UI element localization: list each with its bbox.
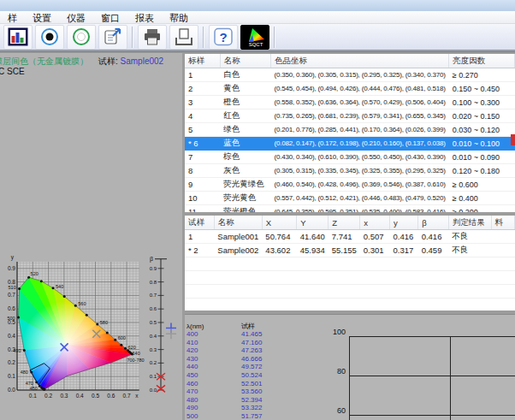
samples-header-6[interactable]: y xyxy=(390,216,418,230)
cell xyxy=(297,299,329,311)
cell: 1 xyxy=(185,230,214,244)
bar-chart-icon xyxy=(8,27,28,46)
standards-header-2[interactable]: 色品坐标 xyxy=(271,54,449,68)
measure-standard-button[interactable] xyxy=(35,25,64,50)
cell xyxy=(297,285,329,299)
standards-header-0[interactable]: 标样 xyxy=(185,54,220,68)
cell: (0.545, 0.454), (0.494, 0.426), (0.444, … xyxy=(271,82,449,96)
samples-header-4[interactable]: Z xyxy=(329,216,360,230)
cell xyxy=(360,257,390,271)
samples-header-2[interactable]: X xyxy=(262,216,296,230)
svg-text:0.8: 0.8 xyxy=(150,280,157,285)
reflectance-ytick-60: 60 xyxy=(327,406,346,415)
cell: 4 xyxy=(185,109,220,123)
cell xyxy=(418,285,449,299)
standards-header-1[interactable]: 名称 xyxy=(220,54,270,68)
cell: 8 xyxy=(185,164,220,178)
standards-row-5[interactable]: 5绿色(0.201, 0.776), (0.285, 0.441), (0.17… xyxy=(185,123,515,137)
menu-instrument[interactable]: 仪器 xyxy=(59,12,93,24)
samples-header-0[interactable]: 试样 xyxy=(185,216,214,230)
svg-text:560: 560 xyxy=(78,301,86,306)
svg-text:y: y xyxy=(11,254,15,261)
svg-text:0.1: 0.1 xyxy=(8,373,15,379)
menu-settings[interactable]: 设置 xyxy=(25,12,59,24)
standards-row-1[interactable]: 1白色(0.350, 0.360), (0.305, 0.315), (0.29… xyxy=(185,68,515,82)
cell xyxy=(491,299,514,311)
svg-text:0.7: 0.7 xyxy=(150,293,157,298)
svg-text:700-780: 700-780 xyxy=(127,358,144,363)
samples-empty-row[interactable] xyxy=(185,285,515,299)
cell: 5 xyxy=(185,123,220,137)
samples-header-5[interactable]: x xyxy=(360,216,390,230)
cell: * 2 xyxy=(185,244,214,257)
svg-text:0.1: 0.1 xyxy=(150,374,157,379)
report-export-button[interactable] xyxy=(98,25,127,50)
cell xyxy=(262,257,296,271)
spectral-data-list: λ(nm)试样40041.46541047.16042047.26343046.… xyxy=(186,322,332,420)
standards-row-3[interactable]: 3橙色(0.558, 0.352), (0.636, 0.364), (0.57… xyxy=(185,96,515,109)
cell xyxy=(418,299,449,311)
menu-help[interactable]: 帮助 xyxy=(162,12,196,24)
cell xyxy=(360,271,390,285)
samples-row-2[interactable]: * 2Sample00243.60245.93455.1550.3010.317… xyxy=(185,244,515,257)
cell: 0.416 xyxy=(390,230,418,244)
selected-row-marker xyxy=(511,134,515,145)
menu-window[interactable]: 窗口 xyxy=(93,12,127,24)
standards-row-11[interactable]: 11荧光橙色(0.645, 0.355), (0.595, 0.351), (0… xyxy=(185,205,515,213)
standards-row-8[interactable]: 8灰色(0.305, 0.315), (0.335, 0.345), (0.32… xyxy=(185,164,515,178)
standards-row-4[interactable]: 4红色(0.735, 0.265), (0.681, 0.239), (0.57… xyxy=(185,109,515,123)
samples-empty-row[interactable] xyxy=(185,271,515,285)
cell: 55.155 xyxy=(329,244,360,257)
cell xyxy=(390,299,418,311)
cell xyxy=(262,299,296,311)
cell: (0.305, 0.315), (0.335, 0.345), (0.325, … xyxy=(271,164,449,178)
help-button[interactable]: ? xyxy=(209,25,238,50)
cell: 1 xyxy=(185,68,220,82)
samples-empty-row[interactable] xyxy=(185,299,515,311)
samples-header-7[interactable]: β xyxy=(418,216,449,230)
spectral-row-430: 43046.666 xyxy=(186,355,332,364)
svg-text:620: 620 xyxy=(128,345,136,350)
spectral-row-400: 40041.465 xyxy=(186,330,332,339)
standards-header-row: 标样名称色品坐标亮度因数 xyxy=(185,54,515,68)
samples-header-8[interactable]: 判定结果 xyxy=(448,216,491,230)
standards-row-6[interactable]: * 6蓝色(0.082, 0.147), (0.172, 0.198), (0.… xyxy=(185,137,515,151)
cell: * 6 xyxy=(185,137,220,151)
cell: 绿色 xyxy=(220,123,270,137)
sqct-button[interactable]: SQCT xyxy=(240,25,269,50)
print-button[interactable] xyxy=(138,25,167,50)
cell xyxy=(329,285,360,299)
toolbar-separator xyxy=(203,27,204,48)
samples-empty-row[interactable] xyxy=(185,257,515,271)
cell: 棕色 xyxy=(220,151,270,164)
menu-sample[interactable]: 样 xyxy=(0,12,25,24)
result-view-panel: 膜层间色（无金属镀膜）试样: Sample002 C SCE 450470480… xyxy=(0,53,182,420)
svg-text:0.0: 0.0 xyxy=(150,387,157,393)
samples-header-3[interactable]: Y xyxy=(297,216,329,230)
cell: 11 xyxy=(185,205,220,213)
samples-header-1[interactable]: 名称 xyxy=(214,216,262,230)
standards-row-7[interactable]: 7棕色(0.430, 0.340), (0.610, 0.390), (0.55… xyxy=(185,151,515,164)
standards-row-10[interactable]: 10荧光黄色(0.557, 0.442), (0.512, 0.421), (0… xyxy=(185,192,515,205)
spectral-row-470: 47053.560 xyxy=(186,387,332,396)
standards-row-9[interactable]: 9荧光黄绿色(0.460, 0.540), (0.428, 0.496), (0… xyxy=(185,178,515,192)
cell: 7 xyxy=(185,151,220,164)
cell: 43.602 xyxy=(262,244,296,257)
samples-header-9[interactable]: 料 xyxy=(491,216,514,230)
standards-row-2[interactable]: 2黄色(0.545, 0.454), (0.494, 0.426), (0.44… xyxy=(185,82,515,96)
cell: 0.507 xyxy=(360,230,390,244)
cell: 荧光黄色 xyxy=(220,192,270,205)
cell xyxy=(491,230,514,244)
measure-sample-button[interactable] xyxy=(67,25,96,50)
menu-report[interactable]: 报表 xyxy=(127,12,162,24)
svg-text:470: 470 xyxy=(26,381,33,386)
spectral-row-450: 45050.524 xyxy=(186,371,332,380)
standards-header-3[interactable]: 亮度因数 xyxy=(449,54,515,68)
beta-luminance-scale: 0.00.10.20.30.40.50.60.70.80.9β xyxy=(147,251,185,411)
cell xyxy=(185,257,214,271)
cell xyxy=(214,271,262,285)
samples-row-1[interactable]: 1Sample00150.76441.6407.7410.5070.4160.4… xyxy=(185,230,515,244)
save-output-button[interactable] xyxy=(169,25,198,50)
svg-text:0.0: 0.0 xyxy=(8,387,15,393)
chart-view-button[interactable] xyxy=(3,25,33,50)
